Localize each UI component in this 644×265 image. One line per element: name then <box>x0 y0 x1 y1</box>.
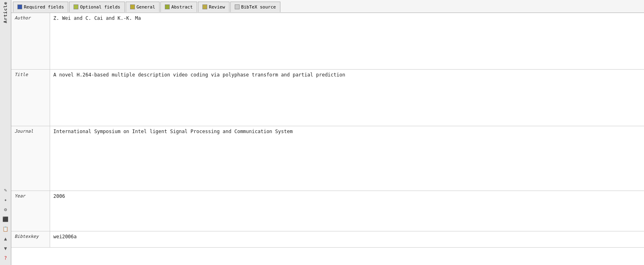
tabs-bar: Required fields Optional fields General … <box>11 0 644 13</box>
general-color <box>130 4 135 9</box>
tab-general-label: General <box>137 4 155 10</box>
required-color <box>17 4 22 9</box>
settings-icon[interactable]: ⚙ <box>2 206 9 213</box>
bibtexkey-label: Bibtexkey <box>11 231 50 247</box>
field-row-author: Author Z. Wei and C. Cai and K.-K. Ma <box>11 13 644 70</box>
tab-optional-label: Optional fields <box>80 4 120 10</box>
tab-review-label: Review <box>209 4 225 10</box>
document-icon[interactable]: 📋 <box>2 225 9 233</box>
review-color <box>202 4 207 9</box>
tab-required[interactable]: Required fields <box>13 2 68 12</box>
sidebar-label: Article <box>3 2 8 23</box>
tab-required-label: Required fields <box>24 4 64 10</box>
tab-bibtex-label: BibTeX source <box>241 4 276 10</box>
fields-area: Author Z. Wei and C. Cai and K.-K. Ma Ti… <box>11 13 644 265</box>
field-row-year: Year 2006 <box>11 191 644 231</box>
year-value[interactable]: 2006 <box>50 191 644 231</box>
tab-abstract-label: Abstract <box>171 4 193 10</box>
abstract-color <box>165 4 170 9</box>
author-label: Author <box>11 13 50 69</box>
journal-label: Journal <box>11 126 50 191</box>
field-row-bibtexkey: Bibtexkey wei2006a <box>11 231 644 248</box>
sidebar-icons: ✎ ✦ ⚙ ⬛ 📋 ▲ ▼ ? <box>2 187 9 265</box>
title-label: Title <box>11 70 50 126</box>
help-icon[interactable]: ? <box>2 254 9 262</box>
tab-bibtex[interactable]: BibTeX source <box>230 2 280 12</box>
tab-optional[interactable]: Optional fields <box>69 2 124 12</box>
pdf-icon[interactable]: ⬛ <box>2 216 9 223</box>
journal-value[interactable]: International Symposium on Intel ligent … <box>50 126 644 191</box>
magic-icon[interactable]: ✦ <box>2 196 9 204</box>
author-value[interactable]: Z. Wei and C. Cai and K.-K. Ma <box>50 13 644 69</box>
tab-review[interactable]: Review <box>198 2 229 12</box>
bibtexkey-value[interactable]: wei2006a <box>50 231 644 247</box>
down-icon[interactable]: ▼ <box>2 245 9 252</box>
optional-color <box>74 4 78 9</box>
field-row-journal: Journal International Symposium on Intel… <box>11 126 644 191</box>
main-panel: Required fields Optional fields General … <box>11 0 644 265</box>
tab-general[interactable]: General <box>126 2 160 12</box>
title-value[interactable]: A novel H.264-based multiple description… <box>50 70 644 126</box>
upload-icon[interactable]: ▲ <box>2 235 9 242</box>
field-row-title: Title A novel H.264-based multiple descr… <box>11 70 644 126</box>
edit-icon[interactable]: ✎ <box>2 187 9 194</box>
bibtex-color <box>235 4 240 9</box>
tab-abstract[interactable]: Abstract <box>160 2 197 12</box>
year-label: Year <box>11 191 50 231</box>
sidebar: Article ✎ ✦ ⚙ ⬛ 📋 ▲ ▼ ? <box>0 0 11 265</box>
